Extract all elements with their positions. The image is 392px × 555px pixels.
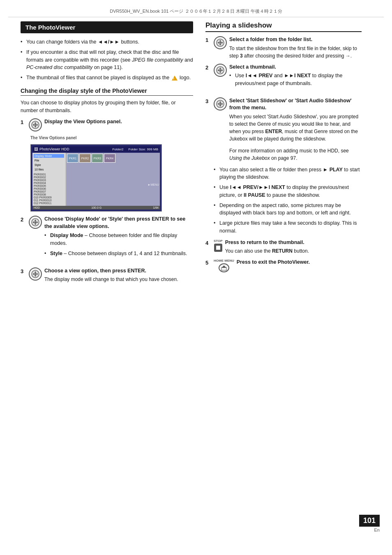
svg-point-23 [219, 42, 221, 44]
nav-icon-3 [29, 267, 42, 281]
screenshot-thumbnails: PKR1 PKR2 PKR3 PKR4 ►MENU [66, 153, 160, 206]
page-number-box: 101 [359, 515, 380, 527]
stop-button-area: STOP [214, 239, 223, 252]
screenshot-footer: HDD 100.0 G 1/84 [32, 206, 160, 210]
thumb-4: PKR4 [104, 154, 115, 163]
svg-point-29 [219, 69, 221, 71]
step-number-1: 1 [21, 118, 26, 125]
right-section-title: Playing a slideshow [205, 21, 362, 32]
stop-inner [216, 246, 220, 250]
right-step-5: 5 HOME MENU Press to exit the PhotoViewe… [205, 259, 362, 272]
right-step-4-title: Press to return to the thumbnail. [225, 239, 362, 246]
right-step-3: 3 Select 'Start Slideshow' or 'Start Aud… [205, 97, 362, 162]
subsection-title: Changing the display style of the PhotoV… [21, 88, 193, 96]
photoviewer-bullets: You can change folders via the ◄◄/►► but… [21, 38, 193, 82]
step-2-bullet-displaymode: Display Mode – Choose between folder and… [44, 232, 193, 247]
right-step-3-extra-bullets: You can also select a file or folder the… [214, 166, 362, 235]
right-step-1-content: Select a folder from the folder list. To… [229, 36, 362, 60]
sidebar-files-count: 10 files [34, 168, 64, 171]
footer-page: 1/84 [153, 206, 159, 209]
step-3-desc: The display mode will change to that whi… [44, 276, 193, 283]
right-step-2-bullet: Use I◄◄ PREV and ►►I NEXT to display the… [229, 72, 362, 88]
right-step-2-content: Select a thumbnail. Use I◄◄ PREV and ►►I… [229, 64, 362, 93]
left-step-3: 3 Choose a view option, then press ENTER… [21, 267, 193, 283]
screenshot-icon: 🖼 [34, 147, 38, 151]
nav-icon-2 [29, 216, 42, 229]
svg-point-17 [35, 273, 37, 275]
screenshot-body: Display Mode File Style 10 files PKR0001… [32, 153, 160, 206]
step-2-content: Choose 'Display Mode' or 'Style' then pr… [44, 216, 193, 263]
right-bullet-aspect: Depending on the aspect ratio, some pict… [214, 202, 362, 217]
step-2-bullets: Display Mode – Choose between folder and… [44, 232, 193, 257]
left-step-1: 1 Display the View Options panel. [21, 118, 193, 131]
screenshot-sidebar: Display Mode File Style 10 files PKR0001… [32, 153, 65, 206]
step-2-bullet-style: Style – Choose between displays of 1, 4 … [44, 250, 193, 258]
right-step-4: 4 STOP Press to return to the thumbnail.… [205, 239, 362, 255]
step-1-content: Display the View Options panel. [44, 118, 193, 126]
footer-space: 100.0 G [91, 206, 101, 209]
stop-label: STOP [214, 239, 223, 243]
svg-marker-37 [221, 265, 226, 268]
right-step-number-4: 4 [205, 239, 211, 246]
page-lang: En [359, 527, 380, 532]
right-nav-icon-3 [214, 97, 227, 111]
right-step-3-title: Select 'Start Slideshow' or 'Start Audio… [229, 97, 362, 112]
sidebar-file: File [34, 159, 64, 162]
screenshot-container: The View Options panel 🖼 PhotoViewer HDD… [30, 136, 193, 212]
left-step-2: 2 Choose 'Display Mode' or 'Style' then … [21, 216, 193, 263]
svg-point-11 [35, 221, 37, 223]
subsection-intro: You can choose to display photos by grou… [21, 99, 193, 115]
left-column: The PhotoViewer You can change folders v… [21, 21, 193, 287]
home-label: HOME MENU [214, 259, 234, 263]
right-step-3-content: Select 'Start Slideshow' or 'Start Audio… [229, 97, 362, 162]
right-step-1-desc: To start the slideshow from the first fi… [229, 45, 362, 60]
right-column: Playing a slideshow 1 Select a folder fr [205, 21, 362, 287]
right-step-3-desc: When you select 'Start Audio Slideshow',… [229, 113, 362, 143]
screenshot-titlebar: 🖼 PhotoViewer HDD Folder2 Folder Size: 9… [32, 146, 160, 152]
svg-rect-36 [221, 267, 226, 270]
step-3-title: Choose a view option, then press ENTER. [44, 267, 193, 275]
right-step-3-jukebox: For more information on adding music to … [229, 147, 362, 162]
right-bullet-prevnext: Use I◄◄ PREV/►►I NEXT to display the pre… [214, 184, 362, 199]
step-1-title: Display the View Options panel. [44, 118, 193, 126]
screenshot-page: ►MENU [67, 183, 159, 205]
screenshot-label: The View Options panel [30, 136, 193, 140]
svg-point-5 [35, 124, 37, 126]
bullet-3: The thumbnail of files that cannot be pl… [21, 74, 193, 82]
right-step-number-1: 1 [205, 36, 211, 43]
step-number-2: 2 [21, 216, 26, 223]
right-step-1-title: Select a folder from the folder list. [229, 36, 362, 44]
screenshot-folder-size: Folder Size: 999 MB [129, 147, 158, 151]
right-step-number-5: 5 [205, 259, 211, 266]
left-section-title: The PhotoViewer [21, 21, 193, 33]
right-step-2: 2 Select a thumbnail. Use I◄◄ PREV and ► [205, 64, 362, 93]
bullet-2: If you encounter a disc that will not pl… [21, 48, 193, 71]
home-icon [219, 263, 229, 272]
right-step-4-desc: You can also use the RETURN button. [225, 247, 362, 255]
right-step-2-title: Select a thumbnail. [229, 64, 362, 71]
svg-point-35 [219, 103, 221, 105]
step-number-3: 3 [21, 267, 26, 274]
right-step-number-2: 2 [205, 64, 211, 71]
right-bullet-large: Large picture files may take a few secon… [214, 219, 362, 235]
bullet-1: You can change folders via the ◄◄/►► but… [21, 38, 193, 46]
nav-icon-1 [29, 118, 42, 131]
home-button-area: HOME MENU [214, 259, 234, 272]
thumb-2: PKR2 [79, 154, 91, 163]
step-2-title: Choose 'Display Mode' or 'Style' then pr… [44, 216, 193, 230]
thumb-3: PKR3 [92, 154, 103, 163]
right-step-4-content: Press to return to the thumbnail. You ca… [225, 239, 362, 255]
sidebar-filelist: PKR0001PKR0002PKR0003PKR0004 PKR0005PKR0… [34, 173, 64, 205]
screenshot-folder: Folder2 [112, 147, 123, 151]
screenshot-box: 🖼 PhotoViewer HDD Folder2 Folder Size: 9… [30, 144, 162, 212]
header-meta: DVR550H_WV_EN.book 101 ページ ２００６年１２月２８日 木… [8, 8, 384, 17]
step-3-content: Choose a view option, then press ENTER. … [44, 267, 193, 283]
sidebar-style: Style [34, 163, 64, 167]
right-step-5-content: Press to exit the PhotoViewer. [237, 259, 362, 266]
sidebar-display-mode: Display Mode [34, 154, 64, 158]
page-number-area: 101 En [359, 515, 380, 532]
thumb-1: PKR1 [67, 154, 78, 163]
right-step-5-title: Press to exit the PhotoViewer. [237, 259, 362, 266]
right-step-2-bullets: Use I◄◄ PREV and ►►I NEXT to display the… [229, 72, 362, 88]
right-nav-icon-2 [214, 64, 227, 77]
